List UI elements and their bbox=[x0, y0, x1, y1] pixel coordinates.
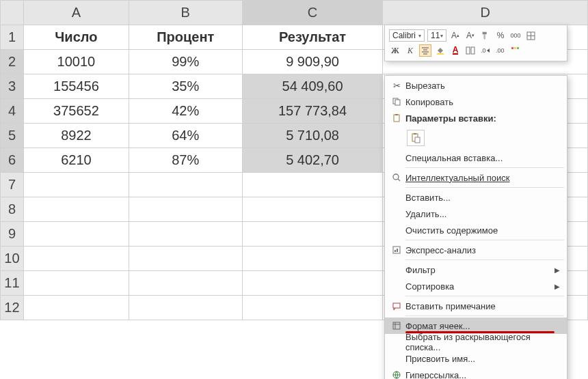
cell-B7[interactable] bbox=[129, 173, 242, 197]
cell-C4[interactable]: 157 773,84 bbox=[242, 99, 383, 124]
cell-C12[interactable] bbox=[242, 296, 383, 320]
menu-separator bbox=[405, 315, 564, 316]
cell-A11[interactable] bbox=[23, 271, 129, 296]
cell-A3[interactable]: 155456 bbox=[23, 74, 129, 99]
format-cells-icon bbox=[388, 321, 405, 331]
row-header-8[interactable]: 8 bbox=[1, 197, 24, 222]
row-header-1[interactable]: 1 bbox=[1, 25, 24, 50]
fill-color-icon[interactable] bbox=[434, 44, 446, 57]
menu-define-name[interactable]: Присвоить имя... bbox=[385, 350, 567, 367]
cell-A10[interactable] bbox=[23, 247, 129, 271]
font-size-selector[interactable]: 11▾ bbox=[427, 29, 446, 42]
row-header-7[interactable]: 7 bbox=[1, 173, 24, 197]
col-header-C[interactable]: C bbox=[242, 1, 383, 25]
svg-rect-21 bbox=[415, 137, 420, 143]
cell-A4[interactable]: 375652 bbox=[23, 99, 129, 124]
table-header-B[interactable]: Процент bbox=[129, 25, 242, 50]
cell-C9[interactable] bbox=[242, 222, 383, 247]
merge-cells-icon[interactable] bbox=[464, 44, 477, 57]
svg-rect-16 bbox=[395, 100, 400, 105]
increase-font-icon[interactable]: A▴ bbox=[449, 29, 462, 42]
cell-A12[interactable] bbox=[23, 296, 129, 320]
row-header-10[interactable]: 10 bbox=[1, 247, 24, 271]
menu-insert-comment[interactable]: Вставить примечание bbox=[385, 298, 567, 314]
svg-rect-25 bbox=[395, 250, 396, 252]
font-name-value: Calibri bbox=[392, 31, 416, 40]
cell-B2[interactable]: 99% bbox=[129, 50, 242, 74]
row-header-2[interactable]: 2 bbox=[1, 50, 24, 74]
cell-A6[interactable]: 6210 bbox=[23, 148, 129, 173]
italic-button[interactable]: К bbox=[404, 44, 416, 57]
cell-A5[interactable]: 8922 bbox=[23, 124, 129, 148]
cell-B4[interactable]: 42% bbox=[129, 99, 242, 124]
select-all-corner[interactable] bbox=[1, 1, 24, 25]
scissors-icon: ✂ bbox=[388, 81, 405, 91]
format-painter-icon[interactable] bbox=[479, 29, 492, 42]
cell-B3[interactable]: 35% bbox=[129, 74, 242, 99]
cell-B6[interactable]: 87% bbox=[129, 148, 242, 173]
cell-A7[interactable] bbox=[23, 173, 129, 197]
increase-decimal-icon[interactable]: .00 bbox=[494, 44, 507, 57]
menu-smart-lookup[interactable]: Интеллектуальный поиск bbox=[385, 169, 567, 186]
cell-C7[interactable] bbox=[242, 173, 383, 197]
menu-delete[interactable]: Удалить... bbox=[385, 206, 567, 222]
paste-default-icon[interactable] bbox=[407, 130, 425, 146]
cell-C6[interactable]: 5 402,70 bbox=[242, 148, 383, 173]
row-header-9[interactable]: 9 bbox=[1, 222, 24, 247]
menu-paste-special[interactable]: Специальная вставка... bbox=[385, 150, 567, 166]
cell-A2[interactable]: 10010 bbox=[23, 50, 129, 74]
cell-B12[interactable] bbox=[129, 296, 242, 320]
row-header-11[interactable]: 11 bbox=[1, 271, 24, 296]
font-name-selector[interactable]: Calibri▾ bbox=[389, 29, 425, 42]
menu-separator bbox=[405, 167, 564, 168]
thousands-icon[interactable]: 000 bbox=[509, 29, 522, 42]
cell-B9[interactable] bbox=[129, 222, 242, 247]
submenu-arrow-icon: ▶ bbox=[554, 283, 563, 290]
row-header-3[interactable]: 3 bbox=[1, 74, 24, 99]
align-center-icon[interactable] bbox=[419, 44, 431, 57]
cell-A8[interactable] bbox=[23, 197, 129, 222]
cell-A9[interactable] bbox=[23, 222, 129, 247]
cell-B10[interactable] bbox=[129, 247, 242, 271]
col-header-A[interactable]: A bbox=[23, 1, 129, 25]
menu-separator bbox=[405, 187, 564, 188]
cell-C10[interactable] bbox=[242, 247, 383, 271]
menu-hyperlink[interactable]: Гиперссылка... bbox=[385, 367, 567, 379]
cell-B5[interactable]: 64% bbox=[129, 124, 242, 148]
borders-icon[interactable] bbox=[524, 29, 537, 42]
menu-filter[interactable]: Фильтр ▶ bbox=[385, 262, 567, 278]
menu-insert[interactable]: Вставить... bbox=[385, 189, 567, 206]
table-header-A[interactable]: Число bbox=[23, 25, 129, 50]
menu-paste-options-row bbox=[385, 126, 567, 150]
table-header-C[interactable]: Результат bbox=[242, 25, 383, 50]
cell-C11[interactable] bbox=[242, 271, 383, 296]
decrease-font-icon[interactable]: A▾ bbox=[464, 29, 477, 42]
cell-B11[interactable] bbox=[129, 271, 242, 296]
col-header-D[interactable]: D bbox=[383, 1, 588, 25]
menu-quick-analysis[interactable]: Экспресс-анализ bbox=[385, 242, 567, 258]
percent-icon[interactable]: % bbox=[494, 29, 507, 42]
cell-C3[interactable]: 54 409,60 bbox=[242, 74, 383, 99]
svg-rect-12 bbox=[511, 47, 513, 49]
font-color-icon[interactable]: A bbox=[449, 44, 462, 57]
context-menu: ✂ Вырезать Копировать Параметры вставки:… bbox=[384, 75, 567, 379]
clipboard-icon bbox=[388, 113, 405, 123]
row-header-4[interactable]: 4 bbox=[1, 99, 24, 124]
bold-button[interactable]: Ж bbox=[389, 44, 401, 57]
conditional-format-icon[interactable] bbox=[509, 44, 522, 57]
row-header-6[interactable]: 6 bbox=[1, 148, 24, 173]
row-header-5[interactable]: 5 bbox=[1, 124, 24, 148]
menu-clear-contents[interactable]: Очистить содержимое bbox=[385, 222, 567, 238]
cell-C5[interactable]: 5 710,08 bbox=[242, 124, 383, 148]
menu-pick-from-list[interactable]: Выбрать из раскрывающегося списка... bbox=[385, 334, 567, 350]
row-header-12[interactable]: 12 bbox=[1, 296, 24, 320]
col-header-B[interactable]: B bbox=[129, 1, 242, 25]
svg-line-23 bbox=[398, 179, 400, 181]
cell-B8[interactable] bbox=[129, 197, 242, 222]
menu-cut[interactable]: ✂ Вырезать bbox=[385, 77, 567, 94]
menu-sort[interactable]: Сортировка ▶ bbox=[385, 278, 567, 294]
cell-C2[interactable]: 9 909,90 bbox=[242, 50, 383, 74]
menu-copy[interactable]: Копировать bbox=[385, 94, 567, 110]
decrease-decimal-icon[interactable]: .0 bbox=[479, 44, 492, 57]
cell-C8[interactable] bbox=[242, 197, 383, 222]
